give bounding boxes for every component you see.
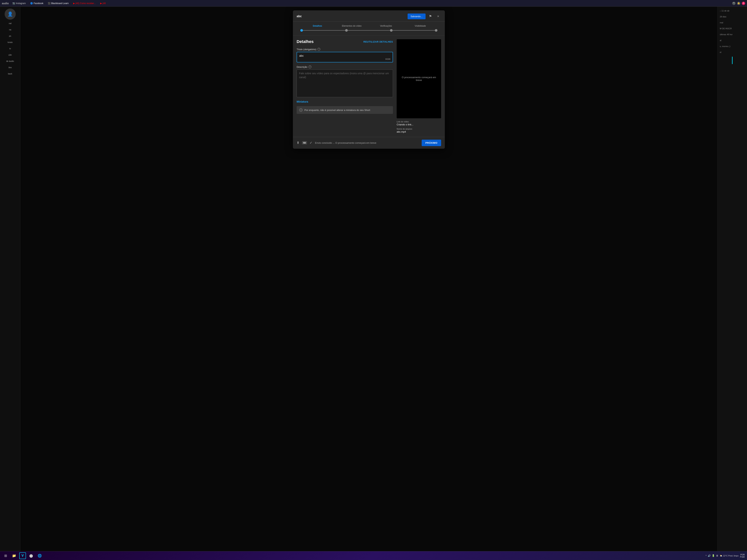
description-help-icon[interactable]: ? [308, 65, 311, 68]
tray-battery[interactable]: 🔋 [712, 554, 715, 557]
upload-modal: abc Salvando... ⚑ × Detalhes Elementos d… [293, 10, 445, 149]
stepper: Detalhes Elementos do vídeo Verificações… [293, 22, 445, 35]
step-line-2 [348, 30, 390, 31]
video-link-item: Link do vídeo Criando o link... [397, 121, 441, 126]
description-label-text: Descrição [297, 65, 307, 68]
tray-chevron[interactable]: ^ [705, 554, 706, 557]
tab-youtube2[interactable]: ▶ (40 [99, 2, 107, 5]
save-button[interactable]: Salvando... [408, 14, 426, 19]
video-filename-label: Nome do arquivo [397, 128, 441, 130]
title-input-container: 3/100 [297, 52, 393, 62]
browser-tabs: 📷 Instagram 🔵 Facebook ⬛ Blackboard Lear… [11, 2, 730, 5]
sd-badge[interactable]: SD [302, 141, 307, 144]
file-explorer-icon[interactable]: 📁 [11, 553, 18, 559]
modal-body: Detalhes REUTILIZAR DETALHES Título (obr… [293, 35, 445, 137]
title-input[interactable] [299, 54, 390, 57]
miniatura-heading: Miniatura [297, 100, 393, 103]
modal-header: abc Salvando... ⚑ × [293, 10, 445, 22]
miniatura-notice-text: Por enquanto, não é possível alterar a m… [304, 109, 370, 111]
right-sidebar-item-1: – 11 de ab [719, 8, 746, 13]
footer-status-text: Envio concluído ... O processamento come… [315, 141, 419, 144]
camera-icon[interactable]: 📷 [732, 2, 736, 5]
right-sidebar-item-7: u, morreu ;) [719, 44, 746, 49]
sidebar-item-io[interactable]: io [0, 46, 20, 51]
video-preview: O processamento começará em breve [397, 39, 441, 118]
sidebar-item-nal[interactable]: nal [0, 21, 20, 26]
sidebar-item-audio[interactable]: de áudio [0, 58, 20, 64]
title-label-text: Título (obrigatório) [297, 48, 316, 51]
next-button[interactable]: PRÓXIMO [422, 140, 441, 146]
right-sidebar-item-4: M DE INSCR [719, 26, 746, 31]
browser-bar: audio 📷 Instagram 🔵 Facebook ⬛ Blackboar… [0, 0, 747, 7]
stepper-labels: Detalhes Elementos do vídeo Verificações… [300, 25, 437, 27]
title-help-icon[interactable]: ? [317, 48, 320, 51]
title-field-group: Título (obrigatório) ? 3/100 [297, 48, 393, 62]
circle-icon[interactable]: ⬤ [28, 553, 34, 559]
sidebar-item-torais[interactable]: torais [0, 39, 20, 45]
step-detalhes-label: Detalhes [300, 25, 335, 27]
step-dot-2[interactable] [345, 29, 348, 32]
sidebar-item-back[interactable]: back [0, 71, 20, 76]
step-line-3 [393, 30, 435, 31]
tab-blackboard[interactable]: ⬛ Blackboard Learn [46, 2, 70, 5]
step-dot-3[interactable] [390, 29, 393, 32]
close-button[interactable]: × [435, 14, 441, 19]
task-view-icon[interactable]: ⊞ [2, 553, 9, 559]
right-sidebar-item-3: real [719, 20, 746, 25]
tab-youtube1[interactable]: ▶ (40) Como receber... [72, 2, 97, 5]
processing-text: O processamento começará em breve [397, 72, 441, 85]
tab-instagram[interactable]: 📷 Instagram [11, 2, 27, 5]
upload-icon[interactable]: ⬆ [297, 141, 300, 145]
flag-button[interactable]: ⚑ [428, 14, 433, 19]
green-app-icon[interactable]: V [19, 553, 26, 559]
center-area: abc Salvando... ⚑ × Detalhes Elementos d… [20, 7, 717, 551]
right-sidebar-item-5: últimas 48 hor [719, 32, 746, 37]
weather-icon: ⛅ [720, 555, 722, 557]
video-filename-value: abc.mp4 [397, 130, 441, 133]
description-input[interactable]: Fale sobre seu vídeo para os espectadore… [297, 70, 393, 97]
taskbar-language: POR P182 [740, 554, 745, 558]
reuse-details-link[interactable]: REUTILIZAR DETALHES [363, 41, 393, 43]
tab-facebook[interactable]: 🔵 Facebook [29, 2, 45, 5]
description-field-group: Descrição ? Fale sobre seu vídeo para os… [297, 65, 393, 97]
user-avatar-icon[interactable]: A [742, 2, 745, 5]
section-title: Detalhes [297, 39, 314, 44]
system-tray: ^ 🔊 🔋 🖥 [705, 554, 718, 557]
sidebar-item-oes[interactable]: ões [0, 65, 20, 70]
sidebar-item-cao[interactable]: ção [0, 52, 20, 57]
description-field-label: Descrição ? [297, 65, 393, 68]
step-visibilidade-label: Visibilidade [403, 25, 437, 27]
step-elementos-label: Elementos do vídeo [335, 25, 369, 27]
video-link-value: Criando o link... [397, 123, 441, 126]
right-sidebar-item-6: al [719, 38, 746, 43]
step-line-1 [303, 30, 345, 31]
taskbar: ⊞ 📁 V ⬤ 🌐 ^ 🔊 🔋 🖥 ⛅ 22°C Pred. limpo POR… [0, 551, 747, 560]
step-dot-1[interactable] [300, 29, 303, 32]
right-sidebar-item-2: 28 dias [719, 15, 746, 19]
browser-logo: audio [2, 2, 9, 5]
tray-display[interactable]: 🖥 [716, 554, 718, 557]
step-verificacoes-label: Verificações [369, 25, 403, 27]
miniatura-section: Miniatura [297, 100, 393, 103]
right-sidebar-item-8: el [719, 50, 746, 54]
modal-overlay: abc Salvando... ⚑ × Detalhes Elementos d… [20, 7, 717, 551]
weather-text: 22°C Pred. limpo [723, 555, 739, 557]
left-sidebar: 👤 nal na ps torais io ção de áudio ões b… [0, 7, 20, 551]
char-count: 3/100 [385, 58, 390, 60]
browser-taskbar-icon[interactable]: 🌐 [36, 553, 43, 559]
step-dot-4[interactable] [435, 29, 437, 32]
bell-icon[interactable]: 🔔 [737, 2, 740, 5]
profile-picture: 👤 [5, 8, 16, 20]
description-placeholder: Fale sobre seu vídeo para os espectadore… [299, 72, 390, 79]
sidebar-item-ps[interactable]: ps [0, 33, 20, 38]
title-field-label: Título (obrigatório) ? [297, 48, 393, 51]
video-filename-item: Nome do arquivo abc.mp4 [397, 128, 441, 133]
stepper-dots-row [300, 29, 437, 32]
video-info: Link do vídeo Criando o link... Nome do … [397, 121, 441, 133]
taskbar-right: ^ 🔊 🔋 🖥 ⛅ 22°C Pred. limpo POR P182 [705, 554, 745, 558]
sidebar-item-na[interactable]: na [0, 27, 20, 32]
tray-volume[interactable]: 🔊 [708, 554, 711, 557]
info-icon: ⓘ [299, 108, 303, 112]
modal-title: abc [297, 15, 302, 20]
weather-widget[interactable]: ⛅ 22°C Pred. limpo [720, 555, 739, 557]
